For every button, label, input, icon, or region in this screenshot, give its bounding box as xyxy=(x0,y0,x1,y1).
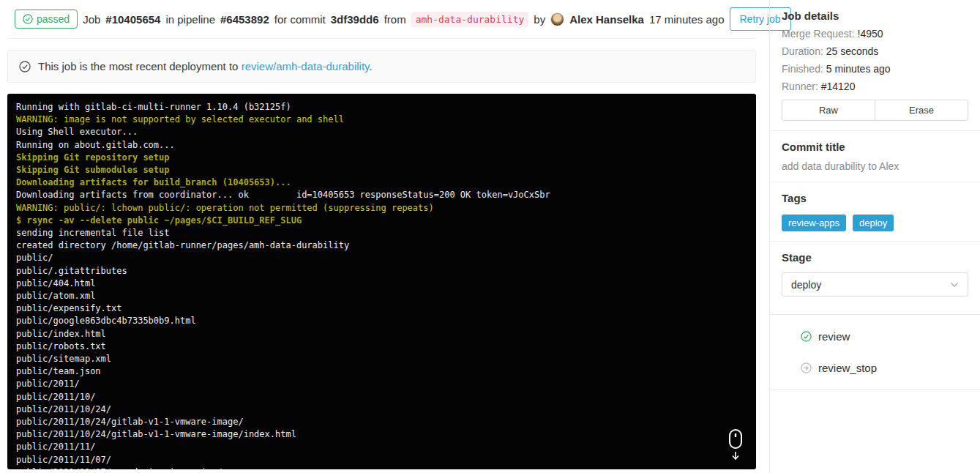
log-line: public/google863dbc4b7335b0b9.html xyxy=(16,315,747,327)
notice-check-circle-icon xyxy=(19,61,31,72)
log-line: public/ xyxy=(16,252,747,264)
tag-badge[interactable]: deploy xyxy=(853,215,894,231)
detail-value: #14120 xyxy=(821,81,856,92)
raw-button[interactable]: Raw xyxy=(782,100,875,121)
log-line: public/.gitattributes xyxy=(16,265,747,278)
log-line: public/2011/10/24/gitlab-v1-1-vmware-ima… xyxy=(16,428,747,441)
job-detail-row: Runner: #14120 xyxy=(782,81,968,92)
job-detail-row: Duration: 25 seconds xyxy=(782,45,968,57)
log-line: public/2011/ xyxy=(16,378,747,390)
status-success-icon xyxy=(801,331,812,342)
job-page: passed Job #10405654 in pipeline #645389… xyxy=(0,0,980,473)
log-line: Skipping Git submodules setup xyxy=(16,164,747,176)
commit-sha-link[interactable]: 3df39dd6 xyxy=(331,13,379,26)
log-line: public/2011/10/ xyxy=(16,391,747,403)
stage-jobs-list: review review_stop xyxy=(770,314,980,390)
tags-section: Tags review-apps deploy xyxy=(770,182,980,241)
for-commit-word: for commit xyxy=(274,13,326,26)
log-line: sending incremental file list xyxy=(16,227,747,239)
job-header: passed Job #10405654 in pipeline #645389… xyxy=(7,0,756,39)
job-id-link[interactable]: #10405654 xyxy=(105,13,160,26)
deployment-notice: This job is the most recent deployment t… xyxy=(7,50,756,83)
author-name-link[interactable]: Alex Hanselka xyxy=(569,13,644,26)
status-badge[interactable]: passed xyxy=(15,10,78,29)
stage-heading: Stage xyxy=(782,251,968,264)
detail-value: 5 minutes ago xyxy=(826,63,891,75)
deployment-environment-link[interactable]: review/amh-data-durability xyxy=(242,60,370,72)
log-line: public/team.json xyxy=(16,365,747,378)
log-line: Downloading artifacts from coordinator..… xyxy=(16,189,747,201)
job-details-section: Job details Merge Request: !4950 Duratio… xyxy=(770,0,980,130)
stage-job-item[interactable]: review_stop xyxy=(770,352,980,384)
detail-label: Finished: xyxy=(782,63,823,75)
status-badge-label: passed xyxy=(37,13,70,25)
log-line: $ rsync -av --delete public ~/pages/$CI_… xyxy=(16,215,747,227)
pipeline-id-link[interactable]: #6453892 xyxy=(220,13,269,26)
commit-title-text: add data durability to Alex xyxy=(782,160,968,172)
log-line: public/2011/10/24/ xyxy=(16,403,747,416)
scroll-down-indicator[interactable] xyxy=(726,428,745,466)
log-actions-group: Raw Erase xyxy=(782,100,968,121)
detail-label: Runner: xyxy=(782,81,818,92)
log-line: public/robots.txt xyxy=(16,340,747,353)
stage-job-item[interactable]: review xyxy=(770,321,980,352)
author-avatar[interactable] xyxy=(550,12,564,26)
notice-text-suffix: . xyxy=(369,60,372,72)
log-line: public/2011/11/ xyxy=(16,441,747,453)
detail-value: 25 seconds xyxy=(826,45,879,57)
stage-job-name: review xyxy=(818,330,850,343)
job-details-heading: Job details xyxy=(782,10,968,22)
commit-title-section: Commit title add data durability to Alex xyxy=(770,130,980,182)
stage-section: Stage deploy xyxy=(770,241,980,314)
main-column: passed Job #10405654 in pipeline #645389… xyxy=(0,0,769,473)
in-pipeline-word: in pipeline xyxy=(165,13,215,26)
log-line: Running on about.gitlab.com... xyxy=(16,139,747,152)
tags-heading: Tags xyxy=(782,192,968,204)
log-line: public/2011/10/24/gitlab-v1-1-vmware-ima… xyxy=(16,416,747,428)
log-line: WARNING: image is not supported by selec… xyxy=(16,113,747,126)
log-line: Downloading artifacts for build_branch (… xyxy=(16,176,747,189)
log-line: public/404.html xyxy=(16,278,747,290)
mouse-scroll-icon xyxy=(726,428,745,462)
stage-job-name: review_stop xyxy=(818,362,877,374)
log-line: Running with gitlab-ci-multi-runner 1.10… xyxy=(16,101,747,113)
log-line: public/2011/11/07/ xyxy=(16,454,747,466)
stage-dropdown-value: deploy xyxy=(791,279,821,291)
detail-value: !4950 xyxy=(858,28,883,40)
detail-label: Duration: xyxy=(782,45,823,57)
log-line: Skipping Git repository setup xyxy=(16,152,747,164)
notice-text-prefix: This job is the most recent deployment t… xyxy=(38,60,238,72)
log-line: public/atom.xml xyxy=(16,290,747,302)
from-word: from xyxy=(384,13,406,26)
status-manual-icon xyxy=(801,362,812,373)
log-line: public/sitemap.xml xyxy=(16,353,747,365)
tag-badge[interactable]: review-apps xyxy=(782,215,846,231)
chevron-down-icon xyxy=(950,282,959,288)
stage-dropdown[interactable]: deploy xyxy=(782,272,968,297)
job-time-ago: 17 minutes ago xyxy=(649,13,725,26)
job-detail-row: Finished: 5 minutes ago xyxy=(782,63,968,75)
log-line: created directory /home/gitlab-runner/pa… xyxy=(16,239,747,252)
log-line: WARNING: public/: lchown public/: operat… xyxy=(16,202,747,215)
branch-badge[interactable]: amh-data-durability xyxy=(411,12,529,27)
commit-title-heading: Commit title xyxy=(782,141,968,153)
job-word: Job xyxy=(83,13,100,26)
check-circle-icon xyxy=(23,14,33,24)
log-line: public/index.html xyxy=(16,328,747,340)
log-line: public/expensify.txt xyxy=(16,302,747,315)
notice-text: This job is the most recent deployment t… xyxy=(38,60,373,72)
job-detail-row: Merge Request: !4950 xyxy=(782,28,968,40)
detail-label: Merge Request: xyxy=(782,28,855,40)
erase-button[interactable]: Erase xyxy=(875,100,968,121)
by-word: by xyxy=(534,13,545,26)
build-log-terminal: Running with gitlab-ci-multi-runner 1.10… xyxy=(7,94,756,469)
log-line: public/2011/11/07/new-design-is-coming/ xyxy=(16,466,747,469)
log-line: Using Shell executor... xyxy=(16,126,747,138)
job-sidebar: Job details Merge Request: !4950 Duratio… xyxy=(769,0,980,473)
